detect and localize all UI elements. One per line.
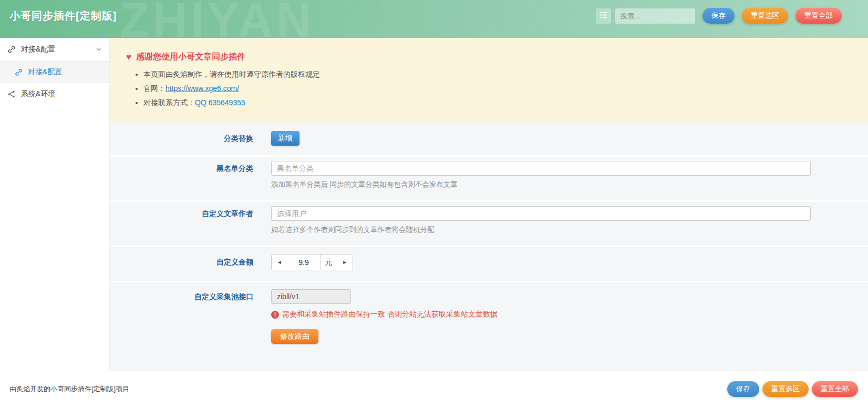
collection-api-input	[271, 289, 351, 304]
sidebar-item-connect-config[interactable]: 对接&配置	[0, 38, 109, 62]
search-input[interactable]	[615, 8, 695, 24]
notice-list: 本页面由炙焰制作，请在使用时遵守原作者的版权规定 官网：https://www.…	[143, 70, 852, 108]
form-row-collection-api: 自定义采集池接口 ! 需要和采集站插件路由保持一致 否则分站无法获取采集站文章数…	[110, 282, 868, 371]
branch-icon	[7, 90, 16, 98]
stepper-decrement-button[interactable]: ◂	[272, 255, 287, 270]
link-icon	[15, 68, 23, 76]
footer-toolbar: 保存 重置选区 重置全部	[724, 381, 858, 397]
field-label: 自定义文章作者	[110, 206, 262, 221]
notice-panel: ♥ 感谢您使用小哥文章同步插件 本页面由炙焰制作，请在使用时遵守原作者的版权规定…	[110, 38, 868, 122]
official-site-link[interactable]: https://www.xge6.com/	[166, 84, 239, 93]
reset-all-button[interactable]: 重置全部	[795, 8, 842, 24]
warning-icon: !	[271, 311, 279, 319]
field-label: 分类替换	[110, 131, 262, 146]
amount-input[interactable]	[287, 255, 320, 270]
add-category-button[interactable]: 新增	[271, 131, 299, 146]
sidebar: 对接&配置 对接&配置	[0, 38, 110, 371]
main-content: ♥ 感谢您使用小哥文章同步插件 本页面由炙焰制作，请在使用时遵守原作者的版权规定…	[110, 38, 868, 371]
save-button[interactable]: 保存	[702, 8, 735, 24]
field-hint: 如若选择多个作者则同步到的文章作者将会随机分配	[271, 225, 811, 235]
sidebar-item-label: 对接&配置	[28, 67, 62, 77]
reset-selection-button[interactable]: 重置选区	[762, 381, 809, 397]
qq-contact-link[interactable]: QQ 635649355	[195, 98, 245, 107]
field-label: 自定义采集池接口	[110, 289, 262, 304]
sidebar-item-system-env[interactable]: 系统&环境	[0, 83, 109, 106]
chevron-down-icon	[96, 46, 102, 53]
notice-title-row: ♥ 感谢您使用小哥文章同步插件	[126, 52, 852, 63]
notice-item: 对接联系方式：QQ 635649355	[143, 98, 852, 108]
notice-item: 官网：https://www.xge6.com/	[143, 84, 852, 94]
header-watermark: ZHIYAN	[120, 0, 314, 38]
form-row-category-replace: 分类替换 新增	[110, 122, 868, 155]
amount-stepper: ◂ 元 ▸	[271, 254, 353, 270]
header-toolbar: 保存 重置选区 重置全部	[596, 8, 842, 24]
field-warning: ! 需要和采集站插件路由保持一致 否则分站无法获取采集站文章数据	[271, 310, 811, 319]
custom-author-input[interactable]	[271, 206, 811, 221]
sidebar-item-label: 对接&配置	[21, 45, 55, 54]
link-icon	[7, 45, 16, 54]
form-row-custom-author: 自定义文章作者 如若选择多个作者则同步到的文章作者将会随机分配	[110, 202, 868, 246]
sidebar-subitem-connect-config[interactable]: 对接&配置	[0, 62, 109, 83]
amount-unit: 元	[320, 255, 337, 270]
form-row-blacklist-category: 黑名单分类 添加黑名单分类后 同步的文章分类如有包含则不会发布文章	[110, 157, 868, 200]
page-title: 小哥同步插件[定制版]	[9, 9, 117, 23]
blacklist-category-input[interactable]	[271, 161, 811, 176]
notice-title: 感谢您使用小哥文章同步插件	[136, 52, 245, 63]
app: ZHIYAN 小哥同步插件[定制版] 保存 重置选区 重置全部	[0, 0, 868, 407]
heart-icon: ♥	[126, 53, 131, 62]
field-label: 自定义金额	[110, 254, 262, 270]
footer-credit: 由炙焰开发的小哥同步插件[定制版]项目	[9, 384, 129, 394]
form-row-custom-amount: 自定义金额 ◂ 元 ▸	[110, 247, 868, 281]
modify-route-button[interactable]: 修改路由	[271, 329, 318, 344]
save-button[interactable]: 保存	[727, 381, 759, 397]
header: ZHIYAN 小哥同步插件[定制版] 保存 重置选区 重置全部	[0, 0, 868, 38]
list-toggle-button[interactable]	[596, 8, 611, 24]
reset-selection-button[interactable]: 重置选区	[742, 8, 788, 24]
footer: 由炙焰开发的小哥同步插件[定制版]项目 保存 重置选区 重置全部	[0, 371, 868, 407]
field-hint: 添加黑名单分类后 同步的文章分类如有包含则不会发布文章	[271, 180, 811, 189]
notice-item: 本页面由炙焰制作，请在使用时遵守原作者的版权规定	[143, 70, 852, 79]
sidebar-item-label: 系统&环境	[21, 89, 55, 99]
stepper-increment-button[interactable]: ▸	[337, 255, 353, 270]
body: 对接&配置 对接&配置	[0, 38, 868, 371]
list-icon	[600, 11, 607, 21]
field-label: 黑名单分类	[110, 161, 262, 176]
reset-all-button[interactable]: 重置全部	[812, 381, 858, 397]
